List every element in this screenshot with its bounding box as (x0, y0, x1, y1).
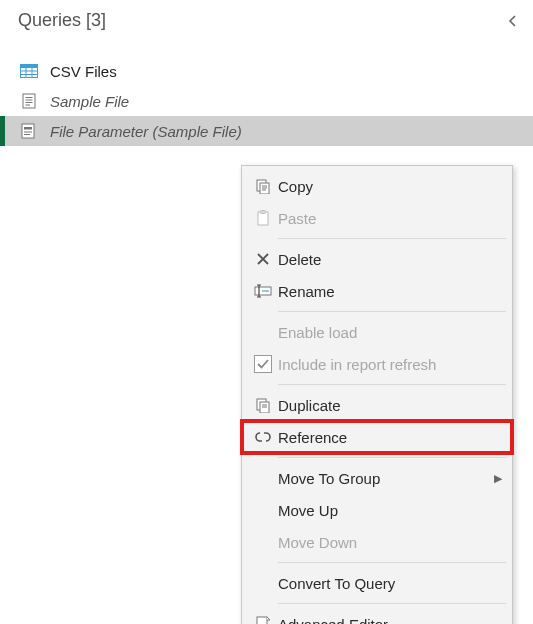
query-item-sample-file[interactable]: Sample File (0, 86, 533, 116)
table-icon (18, 64, 40, 78)
duplicate-icon (248, 397, 278, 413)
menu-label: Convert To Query (278, 575, 502, 592)
menu-label: Duplicate (278, 397, 502, 414)
queries-list: CSV Files Sample File File Parameter (Sa… (0, 56, 533, 146)
menu-separator (278, 562, 506, 563)
menu-paste: Paste (242, 202, 512, 234)
parameter-icon (18, 123, 40, 139)
query-label: CSV Files (50, 63, 117, 80)
submenu-arrow-icon: ▶ (494, 472, 502, 485)
query-item-file-parameter[interactable]: File Parameter (Sample File) (0, 116, 533, 146)
delete-icon (248, 252, 278, 266)
svg-rect-21 (261, 211, 266, 214)
query-label: Sample File (50, 93, 129, 110)
menu-label: Paste (278, 210, 502, 227)
document-icon (18, 93, 40, 109)
menu-enable-load: Enable load (242, 316, 512, 348)
copy-icon (248, 178, 278, 194)
menu-move-to-group[interactable]: Move To Group ▶ (242, 462, 512, 494)
menu-reference[interactable]: Reference (242, 421, 512, 453)
queries-panel-header: Queries [3] (0, 0, 533, 38)
reference-icon (248, 430, 278, 444)
menu-duplicate[interactable]: Duplicate (242, 389, 512, 421)
svg-rect-1 (21, 65, 38, 69)
menu-copy[interactable]: Copy (242, 170, 512, 202)
menu-label: Rename (278, 283, 502, 300)
rename-icon (248, 284, 278, 298)
menu-label: Move Up (278, 502, 502, 519)
menu-move-down: Move Down (242, 526, 512, 558)
menu-label: Move Down (278, 534, 502, 551)
checkbox-checked-icon (248, 355, 278, 373)
queries-panel-title: Queries [3] (18, 10, 106, 31)
menu-label: Delete (278, 251, 502, 268)
menu-separator (278, 457, 506, 458)
advanced-editor-icon (248, 616, 278, 624)
menu-label: Enable load (278, 324, 502, 341)
menu-delete[interactable]: Delete (242, 243, 512, 275)
menu-convert-to-query[interactable]: Convert To Query (242, 567, 512, 599)
query-item-csv-files[interactable]: CSV Files (0, 56, 533, 86)
context-menu: Copy Paste Delete (241, 165, 513, 624)
menu-rename[interactable]: Rename (242, 275, 512, 307)
menu-separator (278, 384, 506, 385)
menu-label: Reference (278, 429, 502, 446)
menu-separator (278, 311, 506, 312)
svg-rect-6 (23, 94, 35, 108)
menu-move-up[interactable]: Move Up (242, 494, 512, 526)
menu-separator (278, 238, 506, 239)
svg-rect-11 (22, 124, 34, 138)
menu-advanced-editor[interactable]: Advanced Editor (242, 608, 512, 624)
paste-icon (248, 210, 278, 226)
menu-label: Copy (278, 178, 502, 195)
menu-label: Include in report refresh (278, 356, 502, 373)
menu-label: Move To Group (278, 470, 488, 487)
menu-include-refresh: Include in report refresh (242, 348, 512, 380)
svg-rect-12 (24, 127, 32, 130)
query-label: File Parameter (Sample File) (50, 123, 242, 140)
menu-separator (278, 603, 506, 604)
menu-label: Advanced Editor (278, 616, 502, 625)
svg-rect-33 (257, 617, 267, 624)
collapse-panel-icon[interactable] (507, 14, 519, 28)
